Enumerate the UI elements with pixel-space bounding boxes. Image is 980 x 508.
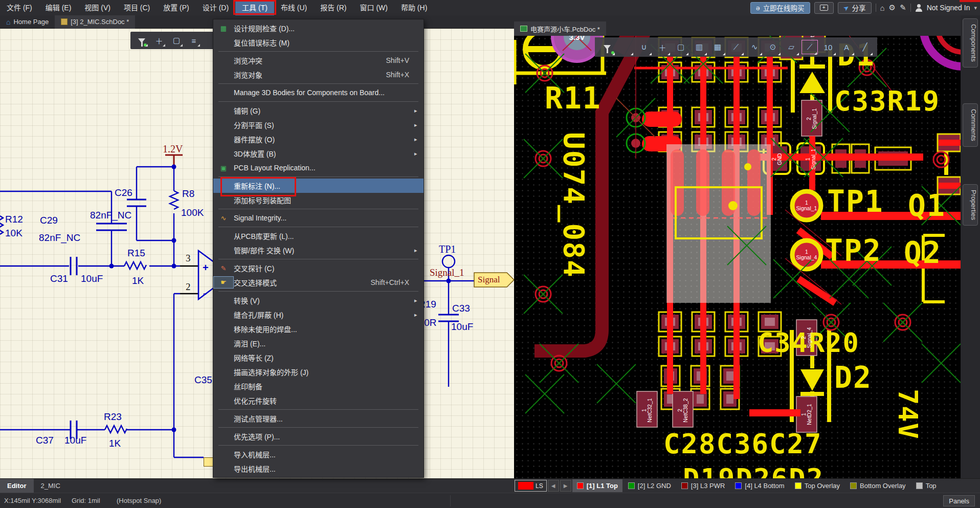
c29-ref[interactable]: C29 xyxy=(40,215,58,226)
c37-value[interactable]: 10uF xyxy=(64,435,86,446)
layer-scroll-left[interactable]: ◀ xyxy=(548,480,559,492)
menu-project[interactable]: 项目 (C) xyxy=(117,0,157,15)
customize-icon[interactable]: ✎ xyxy=(900,3,906,12)
comment-button[interactable]: + xyxy=(814,2,834,14)
r15-ref[interactable]: R15 xyxy=(127,248,145,259)
tools-browse-objects[interactable]: 浏览对象 Shift+X xyxy=(213,68,424,82)
c26-ref[interactable]: C26 xyxy=(115,187,132,198)
via-icon[interactable]: ⊙ xyxy=(765,40,781,54)
signal-port-label[interactable]: Signal xyxy=(478,275,500,285)
home-icon[interactable]: ⌂ xyxy=(880,4,885,12)
tune-length-icon[interactable]: ∿ xyxy=(746,40,763,54)
tools-split-planes[interactable]: 分割平面 (S) ▸ xyxy=(213,118,424,132)
filter-icon[interactable] xyxy=(599,40,615,54)
tab-pcbdoc[interactable]: 电赛声源小车.PcbDoc * xyxy=(514,21,606,36)
menu-window[interactable]: 窗口 (W) xyxy=(353,0,394,15)
tools-component-placement[interactable]: 器件摆放 (O) ▸ xyxy=(213,132,424,146)
tools-outline-selected[interactable]: 描画选择对象的外形 (J) xyxy=(213,365,424,379)
menu-item[interactable] xyxy=(213,100,424,103)
tools-update-from-pcb-lib[interactable]: 从PCB库更新 (L)... xyxy=(213,229,424,243)
menu-item[interactable] xyxy=(213,257,424,261)
signal1-net-label[interactable]: Signal_1 xyxy=(430,267,464,278)
power-net-label[interactable]: 1.2V xyxy=(163,143,183,155)
layer-scroll-right[interactable]: ▶ xyxy=(560,480,571,492)
tools-teardrops[interactable]: 滴泪 (E)... xyxy=(213,336,424,350)
layer-l4-bottom[interactable]: [4] L4 Bottom xyxy=(730,479,789,492)
menu-item[interactable] xyxy=(213,50,424,53)
r15-value[interactable]: 1K xyxy=(132,275,144,286)
menu-view[interactable]: 视图 (V) xyxy=(78,0,117,15)
menu-item[interactable] xyxy=(213,82,424,85)
text-icon[interactable]: A xyxy=(838,40,855,54)
silk-r11[interactable]: R11 xyxy=(545,81,602,116)
pcb-canvas[interactable]: R11 U074_084 D1 C33R19 TP1 Q1 TP2 Q2 C34… xyxy=(514,36,961,478)
menu-item[interactable] xyxy=(213,444,424,447)
r23-value[interactable]: 1K xyxy=(109,438,121,449)
panel-tab-comments[interactable]: Comments xyxy=(963,103,978,147)
chevron-down-icon[interactable]: ▾ xyxy=(974,5,977,11)
tools-import-mechanical[interactable]: 导入机械层... xyxy=(213,447,424,461)
menu-reports[interactable]: 报告 (R) xyxy=(314,0,353,15)
c35-ref[interactable]: C35 xyxy=(194,374,212,386)
tools-equalize-net-lengths[interactable]: 网络等长 (Z) xyxy=(213,350,424,365)
menu-edit[interactable]: 编辑 (E) xyxy=(39,0,78,15)
select-rect-icon[interactable]: ▢ xyxy=(170,34,183,47)
r8-ref[interactable]: R8 xyxy=(182,188,194,200)
tools-preferences[interactable]: 优先选项 (P)... xyxy=(213,429,424,444)
tools-3d-body-placement[interactable]: 3D体放置 (B) ▸ xyxy=(213,146,424,161)
c37-ref[interactable]: C37 xyxy=(36,435,54,446)
tools-manage-3d-bodies[interactable]: Manage 3D Bodies for Components on Board… xyxy=(213,85,424,100)
menu-route[interactable]: 布线 (U) xyxy=(274,0,314,15)
tools-add-designators[interactable]: 添加标号到装配图 xyxy=(213,193,424,207)
tab-editor[interactable]: Editor xyxy=(0,479,34,493)
tools-browse-violations[interactable]: 浏览冲突 Shift+V xyxy=(213,53,424,68)
tools-via-stitching[interactable]: 缝合孔/屏蔽 (H) ▸ xyxy=(213,307,424,322)
tp1-ref[interactable]: TP1 xyxy=(439,244,456,255)
panel-tab-components[interactable]: Components xyxy=(963,18,978,68)
tools-testpoint-manager[interactable]: 测试点管理器... xyxy=(213,411,424,426)
silk-tp1[interactable]: TP1 xyxy=(827,184,884,219)
snap-magnet-icon[interactable]: ∪ xyxy=(636,40,652,54)
tools-silkscreen-preparation[interactable]: 丝印制备 xyxy=(213,379,424,393)
layer-top-paste[interactable]: Top xyxy=(911,479,941,492)
sign-in-label[interactable]: Not Signed In xyxy=(927,4,970,12)
c26-value[interactable]: 82nF_NC xyxy=(90,210,131,221)
route-icon[interactable]: ⟋ xyxy=(728,40,744,54)
silk-bottom-row[interactable]: D19D26D2 xyxy=(683,462,824,478)
tab-2mic[interactable]: 2_MIC xyxy=(34,479,68,493)
filter-icon[interactable] xyxy=(136,34,148,47)
silk-74v[interactable]: 74V xyxy=(923,389,959,476)
menu-item[interactable] xyxy=(213,175,424,179)
layer-bottom-overlay[interactable]: Bottom Overlay xyxy=(845,479,910,492)
menu-place[interactable]: 放置 (P) xyxy=(157,0,196,15)
menu-item[interactable] xyxy=(213,207,424,211)
menu-item[interactable] xyxy=(213,225,424,229)
layer-set-button[interactable]: LS xyxy=(515,480,547,492)
silk-c33r19[interactable]: C33R19 xyxy=(834,85,940,117)
tools-cross-select-mode[interactable]: 交叉选择模式 Shift+Ctrl+X xyxy=(213,275,424,290)
r12-ref[interactable]: R12 xyxy=(5,214,23,225)
tab-home-page[interactable]: ⌂ Home Page xyxy=(0,15,55,29)
tools-remove-unused-pads[interactable]: 移除未使用的焊盘... xyxy=(213,322,424,336)
crosshair-icon[interactable]: ＋ xyxy=(654,40,671,54)
menu-item[interactable] xyxy=(213,290,424,293)
tools-convert[interactable]: 转换 (V) ▸ xyxy=(213,293,424,307)
menu-file[interactable]: 文件 (F) xyxy=(0,0,39,15)
tools-reset-error-markers[interactable]: 复位错误标志 (M) xyxy=(213,35,424,50)
tools-pin-part-swapping[interactable]: 管脚/部件 交换 (W) ▸ xyxy=(213,243,424,257)
line-icon[interactable]: ╱ xyxy=(857,40,873,54)
component-icon[interactable]: ▦ xyxy=(709,40,726,54)
gear-icon[interactable]: ⚙ xyxy=(889,3,896,12)
tools-pcb-layout-replication[interactable]: PCB Layout Replication... xyxy=(213,161,424,175)
tools-cross-probe[interactable]: 交叉探针 (C) xyxy=(213,261,424,275)
silk-u074[interactable]: U074_084 xyxy=(591,132,627,352)
tools-optimize-rotation[interactable]: 优化元件旋转 xyxy=(213,393,424,408)
c31-value[interactable]: 10uF xyxy=(81,273,103,284)
c33-value[interactable]: 10uF xyxy=(451,321,473,333)
select-area-icon[interactable]: ▢ xyxy=(673,40,689,54)
panels-button[interactable]: Panels xyxy=(943,495,975,506)
add-icon[interactable]: ＋ xyxy=(153,34,165,47)
layer-l2-gnd[interactable]: [2] L2 GND xyxy=(623,479,676,492)
c33-ref[interactable]: C33 xyxy=(452,303,470,314)
silk-q1[interactable]: Q1 xyxy=(908,188,946,223)
